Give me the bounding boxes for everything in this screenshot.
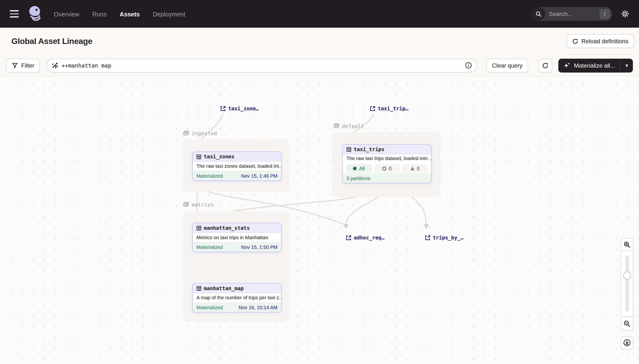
external-link-icon <box>425 235 430 240</box>
clear-query-button[interactable]: Clear query <box>486 58 528 72</box>
asset-title: manhattan_map <box>204 285 244 291</box>
refresh-icon <box>542 62 549 68</box>
lineage-edges <box>0 76 639 364</box>
zoom-slider-handle[interactable] <box>623 272 631 280</box>
group-tables-icon <box>333 123 339 129</box>
dagster-logo-icon[interactable] <box>27 5 43 22</box>
page-header: Global Asset Lineage Reload definitions <box>0 28 639 55</box>
zoom-out-button[interactable] <box>621 316 633 330</box>
warning-triangle-icon <box>410 166 414 170</box>
asset-title: manhattan_stats <box>204 225 250 231</box>
zoom-out-icon <box>623 320 630 327</box>
group-label-ingested[interactable]: ingested <box>183 130 217 136</box>
primary-nav: Overview Runs Assets Deployment <box>54 10 186 18</box>
materialization-timestamp[interactable]: Nov 16, 10:14 AM <box>239 304 277 310</box>
asset-node-taxi-zones[interactable]: taxi_zones The raw taxi zones dataset, l… <box>193 152 282 181</box>
lineage-canvas[interactable]: ingested default metrics taxi_zone… taxi… <box>0 76 639 364</box>
external-asset-taxi-trip[interactable]: taxi_trip… <box>370 106 408 112</box>
table-icon <box>196 286 201 290</box>
group-tables-icon <box>183 130 189 136</box>
partition-badges: All 0 0 <box>343 164 431 174</box>
asset-node-taxi-trips[interactable]: taxi_trips The raw taxi trips dataset, l… <box>342 144 432 183</box>
reload-definitions-button[interactable]: Reload definitions <box>566 34 634 48</box>
filter-button[interactable]: Filter <box>6 58 40 72</box>
nav-item-runs[interactable]: Runs <box>92 10 107 18</box>
settings-gear-icon[interactable] <box>621 10 629 18</box>
partitions-all-badge[interactable]: All <box>346 164 372 172</box>
refresh-icon <box>572 38 578 44</box>
asset-node-manhattan-stats[interactable]: manhattan_stats Metrics on taxi trips in… <box>193 223 282 252</box>
external-asset-trips-by[interactable]: trips_by_… <box>425 234 463 241</box>
page-title: Global Asset Lineage <box>11 36 92 46</box>
asset-title: taxi_trips <box>354 146 384 152</box>
table-icon <box>346 147 351 152</box>
graph-selection-icon <box>52 62 59 69</box>
zoom-slider-track[interactable] <box>625 256 629 312</box>
search-shortcut-badge: / <box>599 9 610 19</box>
asset-description: A map of the number of trips per taxi z.… <box>193 293 281 303</box>
group-tables-icon <box>183 202 189 208</box>
external-asset-taxi-zone[interactable]: taxi_zone… <box>221 106 259 112</box>
dagster-app: Overview Runs Assets Deployment / <box>0 0 639 364</box>
materialization-timestamp[interactable]: Nov 15, 1:50 PM <box>241 244 277 250</box>
external-link-icon <box>370 106 375 111</box>
info-icon[interactable] <box>465 62 472 69</box>
refresh-query-button[interactable] <box>538 58 552 72</box>
lineage-toolbar: Filter Clear query <box>0 55 639 76</box>
zoom-in-icon <box>623 241 630 248</box>
download-view-button[interactable] <box>621 336 633 350</box>
external-asset-adhoc-req[interactable]: adhoc_req… <box>346 234 384 241</box>
zoom-slider-area <box>621 251 633 317</box>
download-icon <box>623 339 631 346</box>
materialize-all-button[interactable]: Materialize all... ▼ <box>558 58 633 72</box>
asset-node-manhattan-map[interactable]: manhattan_map A map of the number of tri… <box>193 283 282 312</box>
status-badge: Materialized <box>196 244 223 250</box>
materialization-timestamp[interactable]: Nov 15, 1:46 PM <box>241 173 277 179</box>
filter-funnel-icon <box>12 62 18 68</box>
external-link-icon <box>221 106 226 111</box>
zoom-in-button[interactable] <box>621 238 633 251</box>
global-search[interactable]: / <box>531 7 612 21</box>
materialize-dropdown-caret[interactable]: ▼ <box>621 58 633 72</box>
table-icon <box>196 154 201 159</box>
zoom-controls <box>621 238 633 331</box>
group-label-default[interactable]: default <box>333 123 364 129</box>
nav-item-overview[interactable]: Overview <box>54 10 79 18</box>
asset-selection-input-wrap <box>46 58 477 72</box>
missing-ring-icon <box>382 166 386 170</box>
nav-item-deployment[interactable]: Deployment <box>153 10 185 18</box>
external-link-icon <box>346 235 351 240</box>
asset-description: The raw taxi trips dataset, loaded into … <box>343 154 431 164</box>
success-dot-icon <box>353 166 357 170</box>
status-badge: Materialized <box>196 304 223 310</box>
search-icon <box>531 7 545 21</box>
asset-title: taxi_zones <box>204 154 235 160</box>
search-input[interactable] <box>545 10 599 17</box>
asset-selection-input[interactable] <box>59 62 465 68</box>
nav-item-assets[interactable]: Assets <box>120 10 140 18</box>
asset-description: The raw taxi zones dataset, loaded int..… <box>193 162 281 171</box>
status-badge: Materialized <box>196 173 223 179</box>
table-icon <box>196 226 201 230</box>
menu-icon[interactable] <box>10 10 19 18</box>
asset-description: Metrics on taxi trips in Manhattan <box>193 233 281 242</box>
top-nav: Overview Runs Assets Deployment / <box>0 0 639 28</box>
partitions-missing-badge[interactable]: 0 <box>374 164 400 172</box>
sparkle-icon <box>564 62 571 69</box>
partitions-failed-badge[interactable]: 0 <box>402 164 428 172</box>
group-label-metrics[interactable]: metrics <box>183 202 214 208</box>
partitions-count[interactable]: 3 partitions <box>346 176 370 181</box>
